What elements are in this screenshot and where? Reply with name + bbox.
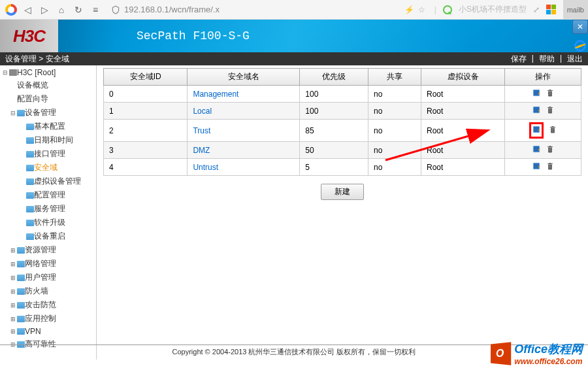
- tree-node-用户管理[interactable]: ⊞用户管理: [0, 271, 96, 284]
- tree-label: 虚拟设备管理: [34, 176, 81, 187]
- save-link[interactable]: 保存: [511, 54, 527, 65]
- star-icon[interactable]: ☆: [418, 5, 425, 14]
- tree-node-安全域[interactable]: 安全域: [0, 161, 96, 175]
- tree-node-应用控制[interactable]: ⊞应用控制: [0, 312, 96, 326]
- tree-node-软件升级[interactable]: 软件升级: [0, 216, 96, 229]
- folder-icon: [17, 275, 25, 281]
- table-row: 4 Untrust 5 no Root: [104, 159, 581, 176]
- server-icon: [9, 69, 17, 76]
- tree-toggle-icon[interactable]: ⊞: [9, 261, 17, 267]
- menu-button[interactable]: ≡: [89, 3, 102, 16]
- edit-icon[interactable]: [532, 161, 541, 173]
- tree-node-日期和时间[interactable]: 日期和时间: [0, 133, 96, 147]
- tree-node-网络管理[interactable]: ⊞网络管理: [0, 257, 96, 271]
- zone-id: 3: [104, 142, 188, 159]
- edit-icon[interactable]: [532, 144, 541, 156]
- delete-icon[interactable]: [546, 144, 554, 156]
- tree-node-设备概览[interactable]: 设备概览: [0, 78, 96, 92]
- separator: |: [434, 5, 436, 14]
- zone-name-link[interactable]: DMZ: [193, 146, 210, 155]
- tree-label: 基本配置: [34, 121, 65, 132]
- main-content: ⊟H3C [Root]设备概览配置向导⊟设备管理基本配置日期和时间接口管理安全域…: [0, 65, 588, 360]
- tree-node-攻击防范[interactable]: ⊞攻击防范: [0, 298, 96, 312]
- search-engine-icon[interactable]: [443, 5, 452, 14]
- zone-priority: 5: [300, 159, 368, 176]
- tree-label: 配置向导: [17, 93, 48, 105]
- tree-node-防火墙[interactable]: ⊞防火墙: [0, 284, 96, 298]
- zone-device: Root: [421, 159, 505, 176]
- chrome-icon: [5, 4, 17, 16]
- tree-toggle-icon[interactable]: ⊞: [9, 328, 17, 335]
- zone-priority: 85: [300, 120, 368, 142]
- address-bar[interactable]: 192.168.0.1/wcn/frame/.x ⚡ ☆: [106, 5, 431, 14]
- expand-search-icon[interactable]: ⤢: [533, 5, 540, 14]
- home-button[interactable]: ⌂: [55, 3, 68, 16]
- zone-device: Root: [421, 142, 505, 159]
- shield-icon: [111, 5, 120, 14]
- tree-toggle-icon[interactable]: ⊞: [9, 275, 17, 281]
- help-link[interactable]: 帮助: [539, 54, 555, 65]
- zone-id: 2: [104, 120, 188, 142]
- back-button[interactable]: ◁: [21, 3, 34, 16]
- zone-name-link[interactable]: Management: [193, 90, 238, 99]
- tree-node-配置向导[interactable]: 配置向导: [0, 92, 96, 106]
- zone-id: 1: [104, 103, 188, 120]
- edit-icon[interactable]: [532, 88, 541, 99]
- tree-node-VPN[interactable]: ⊞VPN: [0, 326, 96, 337]
- microsoft-icon[interactable]: [546, 5, 556, 14]
- tree-toggle-icon[interactable]: ⊞: [9, 288, 17, 295]
- tree-node-H3C [Root][interactable]: ⊟H3C [Root]: [0, 67, 96, 78]
- tree-label: 用户管理: [25, 272, 56, 283]
- tree-label: 资源管理: [25, 244, 56, 256]
- zone-name-link[interactable]: Local: [193, 107, 212, 116]
- table-row: 0 Management 100 no Root: [104, 86, 581, 103]
- tree-node-虚拟设备管理[interactable]: 虚拟设备管理: [0, 175, 96, 188]
- zone-priority: 100: [300, 86, 368, 103]
- tree-node-设备重启[interactable]: 设备重启: [0, 229, 96, 243]
- tree-label: 配置管理: [34, 190, 65, 201]
- tree-label: 接口管理: [34, 148, 65, 160]
- folder-icon: [17, 261, 25, 267]
- zone-priority: 50: [300, 142, 368, 159]
- folder-icon: [26, 233, 34, 240]
- tree-node-接口管理[interactable]: 接口管理: [0, 147, 96, 161]
- tree-node-配置管理[interactable]: 配置管理: [0, 188, 96, 202]
- zone-id: 4: [104, 159, 188, 176]
- new-button[interactable]: 新建: [321, 184, 364, 200]
- zone-share: no: [368, 86, 421, 103]
- flash-icon[interactable]: ⚡: [404, 5, 414, 14]
- office-icon: O: [491, 342, 511, 365]
- tree-node-资源管理[interactable]: ⊞资源管理: [0, 243, 96, 257]
- delete-icon[interactable]: [546, 88, 554, 99]
- delete-icon[interactable]: [549, 125, 557, 136]
- zone-priority: 100: [300, 103, 368, 120]
- zone-name-link[interactable]: Trust: [193, 126, 210, 135]
- refresh-button[interactable]: ↻: [72, 3, 85, 16]
- header-banner: H3C SecPath F100-S-G ✕: [0, 20, 588, 52]
- tree-node-基本配置[interactable]: 基本配置: [0, 120, 96, 133]
- url-text: 192.168.0.1/wcn/frame/.x: [124, 5, 400, 14]
- tree-label: H3C [Root]: [17, 68, 56, 77]
- background-tab[interactable]: mailb: [563, 0, 588, 20]
- tree-toggle-icon[interactable]: ⊞: [9, 316, 17, 322]
- ie-icon[interactable]: [572, 39, 588, 52]
- delete-icon[interactable]: [546, 161, 554, 173]
- tree-toggle-icon[interactable]: ⊟: [1, 69, 9, 76]
- tree-toggle-icon[interactable]: ⊟: [9, 110, 17, 116]
- logout-link[interactable]: 退出: [567, 54, 583, 65]
- edit-icon[interactable]: [532, 105, 541, 116]
- tree-label: 设备重启: [34, 231, 65, 242]
- product-name: SecPath F100-S-G: [137, 29, 250, 42]
- delete-icon[interactable]: [546, 105, 554, 116]
- tree-node-设备管理[interactable]: ⊟设备管理: [0, 106, 96, 120]
- zone-name-link[interactable]: Untrust: [193, 163, 218, 172]
- folder-icon: [17, 302, 25, 309]
- tree-toggle-icon[interactable]: ⊞: [9, 302, 17, 309]
- forward-button[interactable]: ▷: [38, 3, 51, 16]
- tree-node-服务管理[interactable]: 服务管理: [0, 202, 96, 216]
- window-close-button[interactable]: ✕: [572, 20, 588, 34]
- edit-icon[interactable]: [529, 122, 544, 139]
- search-placeholder[interactable]: 小S机场不停摆造型: [459, 4, 527, 15]
- tree-label: 设备管理: [25, 107, 56, 118]
- tree-toggle-icon[interactable]: ⊞: [9, 247, 17, 254]
